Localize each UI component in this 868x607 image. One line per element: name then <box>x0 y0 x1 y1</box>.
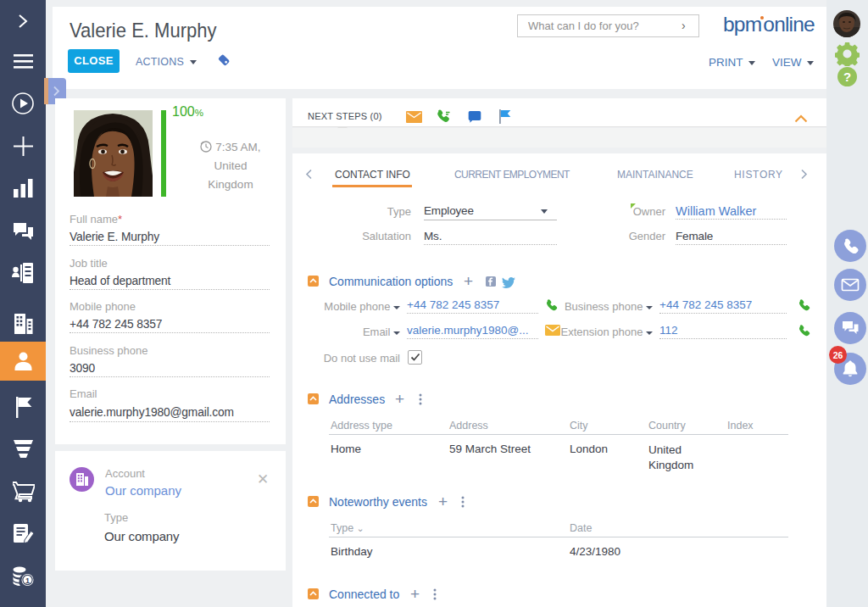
svg-text:?: ? <box>843 70 851 84</box>
svg-text:26: 26 <box>833 350 843 360</box>
svg-text:1: 1 <box>25 576 30 585</box>
